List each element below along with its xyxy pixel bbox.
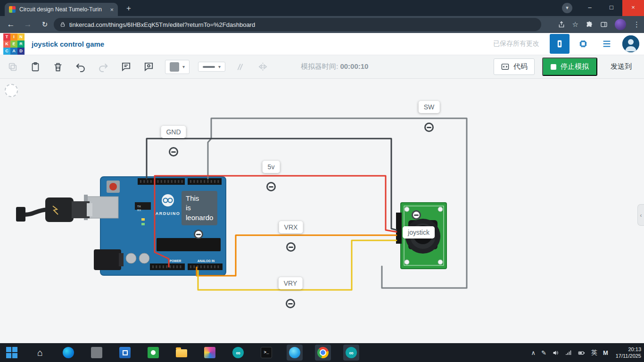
infinity-open-app-icon[interactable]: ∞ [343,345,359,361]
clock[interactable]: 20:13 17/11/2025 [616,346,641,359]
code-button-label: 代码 [513,62,528,71]
pin-marker-joystick[interactable] [412,210,421,220]
edge-icon [289,347,300,358]
pin-label-vrx: VRX [279,221,303,233]
command-prompt-icon[interactable]: >_ [258,345,274,361]
tinkercad-logo[interactable]: T I N K E R C A D [3,33,25,55]
pin-marker-vry[interactable] [286,299,295,308]
volume-icon[interactable] [552,349,559,356]
undo-icon[interactable] [74,61,87,73]
logo-tile: E [10,41,17,48]
copy-icon[interactable] [7,61,19,73]
logo-tile: N [17,33,25,41]
list-view-button[interactable] [597,34,617,54]
notes-icon[interactable] [120,61,132,73]
new-tab-button[interactable]: + [124,3,134,14]
user-avatar[interactable] [622,35,639,52]
browser-tab[interactable]: Circuit design Neat Tumelo-Turin × [5,3,118,16]
house-icon: ⌂ [37,347,43,358]
send-to-button[interactable]: 发送到 [611,62,632,71]
paste-icon[interactable] [29,61,41,73]
pen-tray-icon[interactable]: ✎ [541,349,546,356]
redo-icon[interactable] [97,61,109,73]
simulator-time: 模拟器时间: 00:00:10 [301,62,368,71]
language-indicator[interactable]: 英 [591,348,597,357]
pin-label-gnd: GND [161,126,186,138]
wire-style-preview [203,66,215,68]
start-button[interactable] [4,345,20,361]
wire-vrx[interactable] [197,235,396,276]
clock-time: 20:13 [628,346,641,352]
share-icon[interactable] [558,21,565,28]
stop-simulation-button[interactable]: 停止模拟 [542,58,597,76]
battery-icon[interactable] [578,349,586,356]
circuit-chip-button[interactable] [573,34,593,54]
caret-down-icon: ▾ [182,64,185,69]
circuit-canvas[interactable]: ARDUINO TX RX POWER ANALOG IN [0,79,644,343]
file-explorer-icon[interactable] [173,345,190,361]
caret-down-icon: ▾ [218,64,221,69]
delete-icon[interactable] [52,61,64,73]
color-dropdown[interactable]: ▾ [165,60,190,74]
pin-marker-vrx[interactable] [286,242,296,252]
tab-close-icon[interactable]: × [110,6,114,13]
browser-menu-icon[interactable]: ⋮ [633,20,640,29]
code-button[interactable]: 代码 [494,58,535,75]
logo-tile: I [10,33,17,41]
infinity-app-icon[interactable]: ∞ [230,345,246,361]
reload-button[interactable]: ↻ [39,19,51,30]
home-app-icon[interactable]: ⌂ [32,345,48,361]
window-minimize-button[interactable]: – [579,0,601,16]
window-close-button[interactable]: × [622,0,644,16]
pin-marker-board-note[interactable] [194,230,203,239]
wire-style-dropdown[interactable]: ▾ [198,62,225,72]
navbar-actions: ☆ ⋮ [558,16,640,33]
components-panel-toggle[interactable]: ‹ [637,204,644,226]
green-app-icon[interactable] [145,345,161,361]
infinity-icon: ∞ [232,347,244,358]
pin-marker-sw[interactable] [424,123,434,132]
logo-tile: A [10,48,17,55]
blue-square-icon [119,347,131,358]
extensions-puzzle-icon[interactable] [586,21,593,28]
board-note-tooltip: This is leonardo [182,191,217,225]
mirror-icon[interactable] [256,61,269,73]
edge-open-app-icon[interactable] [287,345,303,361]
taskbar: ⌂ ∞ >_ ∞ ∧ ✎ 英 M [0,343,644,362]
back-button[interactable]: ← [5,19,17,30]
tray-expand-icon[interactable]: ∧ [531,349,536,356]
address-bar[interactable]: tinkercad.com/things/6IHBxEqK5Tm/editel?… [54,18,541,31]
window-maximize-button[interactable]: □ [601,0,622,16]
forward-button[interactable]: → [22,19,34,30]
network-icon[interactable] [565,349,572,356]
joystick-label: joystick [403,226,435,239]
edge-icon [63,347,74,358]
usb-cable[interactable] [16,197,92,222]
zoom-to-fit-button[interactable] [5,84,18,97]
lenovo-app-icon[interactable] [89,345,105,361]
side-panel-icon[interactable] [600,21,608,28]
photos-app-icon[interactable] [202,345,218,361]
edge-app-icon[interactable] [60,345,76,361]
pin-marker-5v[interactable] [266,182,276,191]
bookmark-star-icon[interactable]: ☆ [572,20,578,29]
green-square-icon [148,347,159,358]
design-title[interactable]: joystick control game [32,40,104,48]
tab-search-button[interactable]: ▾ [562,3,572,13]
stop-button-label: 停止模拟 [561,62,589,71]
rotate-icon[interactable] [234,61,246,73]
pin-label-vry: VRY [279,277,303,289]
clock-date: 17/11/2025 [616,353,641,359]
toggle-notes-visibility-icon[interactable] [142,61,155,73]
lock-icon [60,21,66,28]
chrome-open-app-icon[interactable] [315,345,331,361]
components-view-button[interactable] [550,34,570,54]
board-rx-text: RX [137,209,141,212]
pin-marker-gnd[interactable] [169,147,178,156]
stop-icon [551,64,556,70]
url-text: tinkercad.com/things/6IHBxEqK5Tm/editel?… [69,21,255,28]
ime-indicator[interactable]: M [603,349,608,356]
blue-app-icon[interactable] [117,345,133,361]
browser-profile-avatar[interactable] [615,19,626,30]
board-power-text: POWER [170,259,182,263]
